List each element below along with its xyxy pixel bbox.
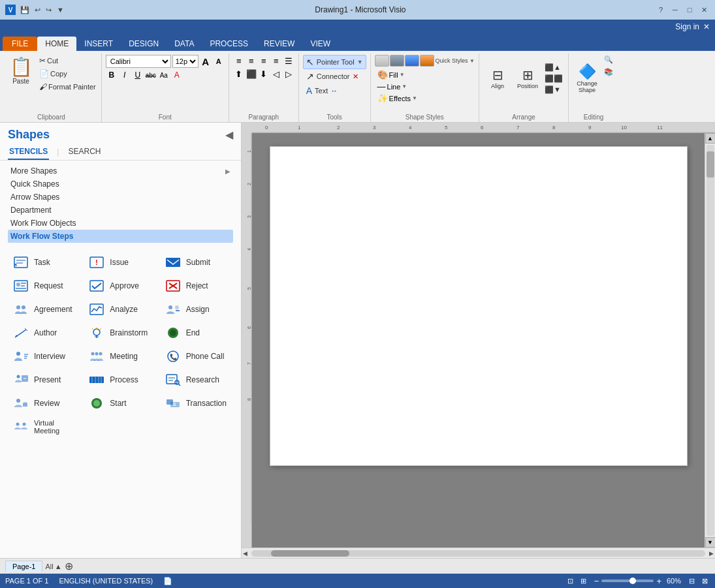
format-painter-button[interactable]: 🖌 Format Painter: [38, 81, 97, 93]
effects-button[interactable]: ✨ Effects ▼: [375, 93, 475, 104]
scroll-right-button[interactable]: ▶: [708, 549, 715, 558]
style-preview-2[interactable]: [390, 55, 404, 67]
signin-button[interactable]: Sign in: [675, 22, 699, 31]
zoom-track[interactable]: [601, 580, 654, 582]
close-button[interactable]: ✕: [698, 4, 710, 16]
shape-meeting[interactable]: Meeting: [84, 346, 157, 367]
tab-insert[interactable]: INSERT: [76, 37, 121, 51]
copy-button[interactable]: 📄 Copy: [38, 68, 97, 80]
align-button[interactable]: ⊟ Align: [483, 55, 512, 102]
stencils-tab[interactable]: STENCILS: [8, 144, 49, 160]
tab-design[interactable]: DESIGN: [121, 37, 167, 51]
shape-reject[interactable]: Reject: [160, 275, 233, 296]
line-button[interactable]: — Line ▼: [375, 81, 475, 92]
shape-interview[interactable]: Interview: [8, 346, 81, 367]
italic-button[interactable]: I: [119, 69, 131, 81]
h-scroll-thumb[interactable]: [271, 550, 349, 557]
tab-file[interactable]: FILE: [3, 37, 37, 51]
scroll-down-button[interactable]: ▼: [705, 537, 716, 548]
shape-issue[interactable]: ! Issue: [84, 252, 157, 273]
font-color-button[interactable]: A: [171, 69, 183, 81]
workflow-objects-nav[interactable]: Work Flow Objects: [8, 217, 233, 230]
align-middle-button[interactable]: ⬛: [246, 68, 257, 80]
shape-start[interactable]: Start: [84, 393, 157, 414]
arrange-top-button[interactable]: ⬛▲: [543, 63, 564, 72]
quick-styles-dropdown[interactable]: Quick Styles ▼: [436, 57, 475, 64]
case-button[interactable]: Aa: [158, 69, 170, 81]
align-center-button[interactable]: ≡: [246, 55, 257, 67]
bold-button[interactable]: B: [106, 69, 118, 81]
shape-agreement[interactable]: Agreement: [8, 299, 81, 320]
multi-page-button[interactable]: ⊠: [699, 576, 710, 586]
change-shape-button[interactable]: 🔷 Change Shape: [573, 55, 601, 102]
signin-close-button[interactable]: ✕: [703, 22, 710, 31]
shape-process[interactable]: Process: [84, 369, 157, 390]
shape-phone-call[interactable]: 📞 Phone Call: [160, 346, 233, 367]
fit-page-button[interactable]: ⊡: [565, 576, 576, 586]
tab-view[interactable]: VIEW: [302, 37, 338, 51]
all-pages-button[interactable]: All ▲: [45, 563, 61, 570]
shape-submit[interactable]: Submit: [160, 252, 233, 273]
scroll-thumb[interactable]: [707, 151, 714, 178]
search-tab[interactable]: SEARCH: [67, 144, 102, 160]
shape-analyze[interactable]: Analyze: [84, 299, 157, 320]
strikethrough-button[interactable]: abc: [145, 69, 157, 81]
shape-transaction[interactable]: $ Transaction: [160, 393, 233, 414]
tab-process[interactable]: PROCESS: [202, 37, 256, 51]
maximize-button[interactable]: □: [684, 4, 695, 16]
align-left-button[interactable]: ≡: [233, 55, 245, 67]
customize-qa-button[interactable]: ▼: [55, 5, 66, 14]
style-preview-4[interactable]: [420, 55, 434, 67]
font-grow-button[interactable]: A: [200, 55, 212, 67]
shape-task[interactable]: Task: [8, 252, 81, 273]
arrange-group-button[interactable]: ⬛⬛: [543, 74, 564, 84]
font-size-select[interactable]: 12pt.: [172, 55, 199, 68]
fill-button[interactable]: 🎨 Fill ▼: [375, 69, 475, 80]
shape-review[interactable]: Review: [8, 393, 81, 414]
add-page-button[interactable]: ⊕: [65, 560, 73, 572]
shape-approve[interactable]: Approve: [84, 275, 157, 296]
tab-review[interactable]: REVIEW: [256, 37, 302, 51]
tab-data[interactable]: DATA: [167, 37, 202, 51]
text-tool-button[interactable]: A Text ↔: [303, 84, 366, 98]
undo-qa-button[interactable]: ↩: [33, 5, 42, 15]
layers-button[interactable]: 📚: [603, 67, 614, 77]
save-qa-button[interactable]: 💾: [18, 5, 31, 15]
department-nav[interactable]: Department: [8, 204, 233, 217]
connector-button[interactable]: ↗ Connector ✕: [303, 69, 366, 84]
workflow-steps-nav[interactable]: Work Flow Steps: [8, 230, 233, 243]
paste-button[interactable]: 📋 Paste: [5, 55, 37, 102]
indent-dec-button[interactable]: ◁: [270, 68, 282, 80]
align-right-button[interactable]: ≡: [258, 55, 270, 67]
help-button[interactable]: ?: [655, 4, 667, 16]
zoom-slider[interactable]: − +: [594, 576, 661, 586]
arrange-bottom-button[interactable]: ⬛▼: [543, 85, 564, 95]
zoom-thumb[interactable]: [629, 578, 636, 584]
align-bottom-button[interactable]: ⬇: [258, 68, 270, 80]
fit-width-button[interactable]: ⊟: [686, 576, 697, 586]
zoom-out-button[interactable]: −: [594, 576, 599, 586]
shape-brainstorm[interactable]: Brainstorm: [84, 322, 157, 343]
font-family-select[interactable]: Calibri: [106, 55, 171, 68]
justify-button[interactable]: ≡: [270, 55, 282, 67]
align-top-button[interactable]: ⬆: [233, 68, 245, 80]
style-preview-1[interactable]: [375, 55, 389, 67]
tab-home[interactable]: HOME: [37, 37, 76, 51]
position-button[interactable]: ⊞ Position: [513, 55, 542, 102]
find-button[interactable]: 🔍: [603, 55, 614, 65]
shape-assign[interactable]: Assign: [160, 299, 233, 320]
redo-qa-button[interactable]: ↪: [44, 5, 54, 15]
cut-button[interactable]: ✂ Cut: [38, 55, 97, 67]
shape-research[interactable]: Research: [160, 369, 233, 390]
minimize-button[interactable]: ─: [669, 4, 681, 16]
list-button[interactable]: ☰: [283, 55, 294, 67]
zoom-in-button[interactable]: +: [656, 576, 661, 586]
indent-inc-button[interactable]: ▷: [283, 68, 294, 80]
sidebar-toggle-button[interactable]: ◀: [225, 129, 233, 141]
vertical-scrollbar[interactable]: ▲ ▼: [705, 133, 715, 548]
underline-button[interactable]: U: [132, 69, 144, 81]
style-preview-3[interactable]: [405, 55, 419, 67]
shape-virtual-meeting[interactable]: Virtual Meeting: [8, 416, 81, 437]
scroll-left-button[interactable]: ◀: [242, 549, 249, 558]
arrow-shapes-nav[interactable]: Arrow Shapes: [8, 191, 233, 204]
